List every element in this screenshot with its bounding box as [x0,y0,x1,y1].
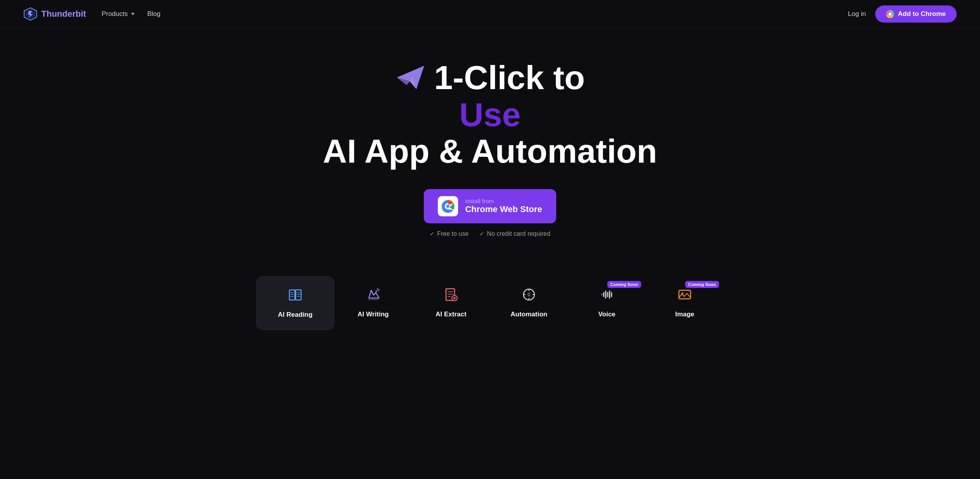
products-nav-link[interactable]: Products [102,10,135,18]
cta-wrapper: Install from Chrome Web Store ✓ Free to … [424,189,556,237]
feature-card-automation[interactable]: Automation [490,276,568,330]
ai-reading-icon [288,288,303,305]
svg-rect-9 [296,290,301,300]
ai-reading-label: AI Reading [278,311,313,319]
ai-extract-icon [444,287,458,305]
svg-point-16 [375,290,378,292]
feature-card-ai-extract[interactable]: AI Extract [412,276,490,330]
blog-nav-link[interactable]: Blog [147,10,160,18]
ai-writing-icon [366,287,381,305]
chrome-icon [886,10,894,18]
feature-card-voice[interactable]: Coming Soon Voice [568,276,646,330]
chrome-store-icon [438,196,458,216]
login-button[interactable]: Log in [848,10,866,18]
features-row: AI Reading AI Writing [0,261,980,330]
hero-use-text: Use [323,96,657,133]
chevron-down-icon [131,13,135,15]
hero-title: 1-Click to Use AI App & Automation [323,59,657,170]
logo-text: Thunderbit [41,9,86,19]
automation-icon [522,287,536,305]
voice-coming-soon-badge: Coming Soon [607,281,642,288]
hero-section: 1-Click to Use AI App & Automation [0,28,980,261]
paper-plane-icon [395,62,426,93]
install-chrome-button[interactable]: Install from Chrome Web Store [424,189,556,223]
svg-point-7 [446,205,449,208]
free-to-use-label: Free to use [437,230,469,237]
ai-writing-label: AI Writing [358,311,389,318]
nav-left: Thunderbit Products Blog [23,7,160,21]
voice-icon [599,287,614,305]
install-main-label: Chrome Web Store [465,204,542,214]
add-to-chrome-button[interactable]: Add to Chrome [875,5,957,23]
ai-extract-label: AI Extract [435,311,466,318]
feature-card-ai-writing[interactable]: AI Writing [334,276,412,330]
feature-card-ai-reading[interactable]: AI Reading [256,276,334,330]
install-btn-text: Install from Chrome Web Store [465,198,542,214]
chrome-colorful-icon [441,199,455,213]
image-coming-soon-badge: Coming Soon [685,281,719,288]
no-credit-card-label: No credit card required [487,230,550,237]
nav-links: Products Blog [102,10,160,18]
nav-right: Log in Add to Chrome [848,5,957,23]
no-credit-card-badge: ✓ No credit card required [479,230,550,237]
svg-rect-35 [679,290,691,299]
svg-point-28 [528,293,530,295]
svg-point-3 [888,12,892,16]
navigation: Thunderbit Products Blog Log in Add [0,0,980,28]
svg-line-19 [378,289,379,290]
hero-main-text: AI App & Automation [323,133,657,170]
voice-label: Voice [598,311,615,318]
check-icon-2: ✓ [479,230,485,237]
free-to-use-badge: ✓ Free to use [430,230,469,237]
logo[interactable]: Thunderbit [23,7,86,21]
image-label: Image [675,311,694,318]
feature-card-image[interactable]: Coming Soon Image [646,276,724,330]
check-icon: ✓ [430,230,435,237]
image-icon [677,287,692,305]
automation-label: Automation [511,311,547,318]
cta-badges: ✓ Free to use ✓ No credit card required [430,230,550,237]
svg-rect-8 [289,290,295,300]
logo-icon [23,7,37,21]
install-sub-label: Install from [465,198,542,204]
